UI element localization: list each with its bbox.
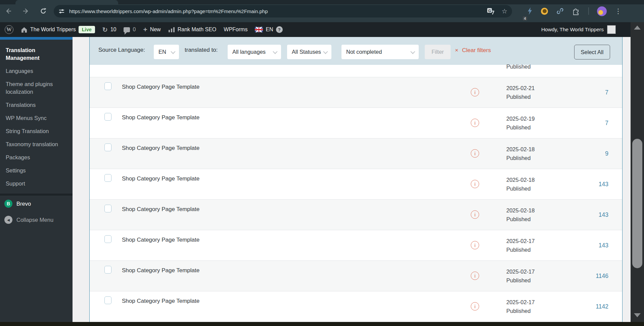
sidebar-item-settings[interactable]: Settings xyxy=(0,164,73,177)
row-status: Published xyxy=(506,92,535,101)
site-settings-icon[interactable] xyxy=(58,8,65,14)
clear-x-icon: × xyxy=(455,47,458,54)
row-date: 2025-02-17 xyxy=(506,298,535,307)
sidebar-item-theme-and-plugins-localization[interactable]: Theme and plugins localization xyxy=(0,78,73,98)
toolbar-separator xyxy=(588,7,589,15)
howdy-account-link[interactable]: Howdy, The World Trippers xyxy=(541,25,616,34)
info-icon[interactable]: i xyxy=(471,272,479,280)
info-icon[interactable]: i xyxy=(471,88,479,96)
bookmark-star-icon[interactable]: ☆ xyxy=(502,7,507,15)
extensions-puzzle-icon[interactable] xyxy=(572,7,580,15)
extension-lightning-icon[interactable] xyxy=(527,7,533,15)
sidebar-item-string-translation[interactable]: String Translation xyxy=(0,125,73,138)
row-checkbox[interactable] xyxy=(104,113,111,121)
status-select[interactable]: All Statuses xyxy=(287,45,331,59)
rank-math-link[interactable]: Rank Math SEO xyxy=(168,27,217,33)
row-status: Published xyxy=(506,184,535,193)
url-bar[interactable]: https://www.theworldtrippers.com/wp-admi… xyxy=(54,5,512,17)
word-count-link[interactable]: 1142 xyxy=(575,303,608,310)
row-checkbox[interactable] xyxy=(104,296,111,304)
word-count-link[interactable]: 1146 xyxy=(575,273,608,280)
scroll-up-arrow-icon[interactable] xyxy=(634,26,641,30)
page-scrollbar[interactable] xyxy=(631,22,644,322)
row-checkbox[interactable] xyxy=(104,205,111,212)
table-row: Shop Category Page Template i 2025-02-17… xyxy=(90,261,622,291)
info-icon[interactable]: i xyxy=(471,149,479,158)
filter-button[interactable]: Filter xyxy=(425,45,451,59)
row-title: Shop Category Page Template xyxy=(122,237,199,243)
row-date: 2025-02-19 xyxy=(506,114,535,123)
row-status: Published xyxy=(506,215,535,223)
row-date: 2025-02-18 xyxy=(506,175,535,184)
table-row: Shop Category Page Template i 2025-02-18… xyxy=(90,169,622,200)
row-checkbox[interactable] xyxy=(104,266,111,274)
row-status: Published xyxy=(506,245,535,254)
row-title: Shop Category Page Template xyxy=(122,175,199,182)
reload-button[interactable] xyxy=(38,5,49,17)
select-all-button[interactable]: Select All xyxy=(574,45,610,59)
language-switcher[interactable]: EN ? xyxy=(255,26,282,33)
row-date: 2025-02-17 xyxy=(506,267,535,276)
source-language-select[interactable]: EN xyxy=(154,45,179,59)
info-icon[interactable]: i xyxy=(471,180,479,188)
row-checkbox[interactable] xyxy=(104,82,111,90)
svg-text:G: G xyxy=(488,8,491,12)
word-count-link[interactable]: 7 xyxy=(575,120,608,127)
extension-yellow-icon[interactable] xyxy=(541,8,548,15)
row-status: Published xyxy=(506,123,535,132)
updates-link[interactable]: ↻ 10 xyxy=(102,26,117,34)
wp-admin-bar: W The World Trippers Live ↻ 10 0 + New R… xyxy=(0,22,631,37)
wpforms-link[interactable]: WPForms xyxy=(224,27,247,33)
completion-select[interactable]: Not completed xyxy=(341,45,419,59)
window-bottom-edge xyxy=(0,322,644,326)
browser-menu-icon[interactable]: ⋮ xyxy=(615,7,622,15)
forward-button[interactable] xyxy=(20,5,32,17)
translated-to-label: translated to: xyxy=(185,47,218,53)
info-icon[interactable]: i xyxy=(471,241,479,249)
sidebar-item-translations[interactable]: Translations xyxy=(0,98,73,112)
scrollbar-thumb[interactable] xyxy=(632,139,642,268)
info-icon[interactable]: i xyxy=(471,210,479,219)
word-count-link[interactable]: 143 xyxy=(575,181,608,188)
row-checkbox[interactable] xyxy=(104,174,111,182)
profile-avatar[interactable] xyxy=(597,6,607,16)
url-text[interactable]: https://www.theworldtrippers.com/wp-admi… xyxy=(69,8,268,14)
row-status: Published xyxy=(506,307,535,315)
clear-filters-link[interactable]: × Clear filters xyxy=(455,47,491,54)
sidebar-item-translation-management[interactable]: Translation Management xyxy=(0,44,73,65)
help-icon[interactable]: ? xyxy=(276,26,283,33)
sidebar-item-packages[interactable]: Packages xyxy=(0,151,73,164)
site-link[interactable]: The World Trippers Live xyxy=(21,26,95,33)
new-content-link[interactable]: + New xyxy=(143,26,160,34)
sidebar-item-languages[interactable]: Languages xyxy=(0,65,73,78)
word-count-link[interactable]: 143 xyxy=(575,242,608,249)
scroll-down-arrow-icon[interactable] xyxy=(634,313,641,317)
sidebar-item-taxonomy-translation[interactable]: Taxonomy translation xyxy=(0,138,73,151)
word-count-link[interactable]: 9 xyxy=(575,150,608,157)
translate-icon[interactable]: G xyxy=(487,8,494,15)
word-count-link[interactable]: 7 xyxy=(575,89,608,96)
row-title: Shop Category Page Template xyxy=(122,114,199,121)
row-status: Published xyxy=(506,276,535,285)
sidebar-item-support[interactable]: Support xyxy=(0,177,73,190)
back-button[interactable] xyxy=(3,5,14,17)
brevo-icon: B xyxy=(4,200,12,208)
table-row: Shop Category Page Template i 2025-02-18… xyxy=(90,138,622,169)
chevron-down-icon xyxy=(171,49,175,54)
translated-to-select[interactable]: All languages xyxy=(228,45,281,59)
row-date: 2025-02-17 xyxy=(506,237,535,245)
row-checkbox[interactable] xyxy=(104,144,111,151)
table-row: Shop Category Page Template i 2025-02-19… xyxy=(90,108,622,138)
active-tab[interactable] xyxy=(15,0,118,4)
row-checkbox[interactable] xyxy=(104,235,111,243)
row-title: Shop Category Page Template xyxy=(122,267,199,274)
word-count-link[interactable]: 143 xyxy=(575,211,608,218)
info-icon[interactable]: i xyxy=(471,302,479,311)
sidebar-item-brevo[interactable]: B Brevo xyxy=(0,196,73,212)
collapse-menu-button[interactable]: ◀ Collapse Menu xyxy=(0,212,73,228)
sidebar-item-wp-menus-sync[interactable]: WP Menus Sync xyxy=(0,112,73,125)
info-icon[interactable]: i xyxy=(471,119,479,127)
wordpress-logo-icon[interactable]: W xyxy=(5,25,13,34)
extension-link-icon[interactable] xyxy=(556,7,564,15)
comments-link[interactable]: 0 xyxy=(124,27,136,33)
